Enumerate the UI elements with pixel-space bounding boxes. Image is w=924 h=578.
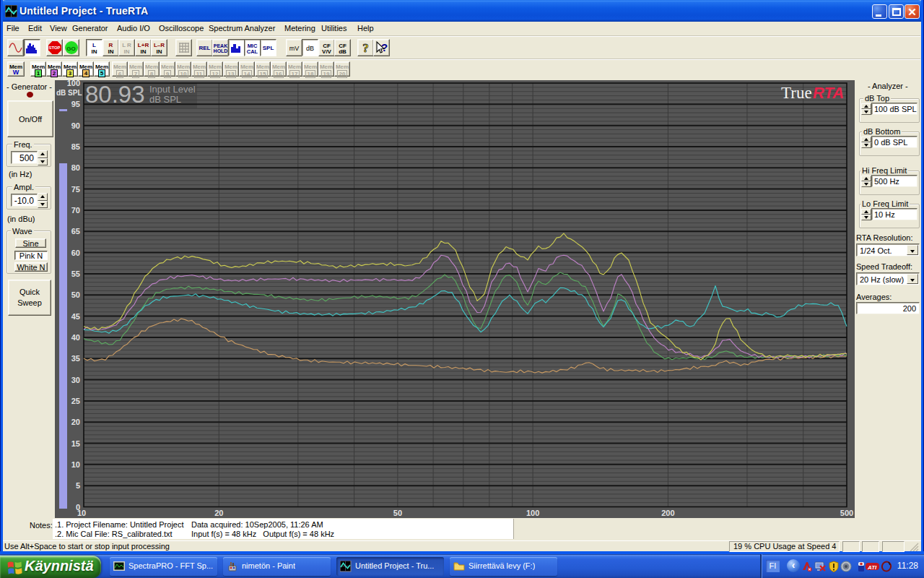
svg-text:30: 30 — [71, 376, 80, 384]
svg-text:65: 65 — [71, 227, 80, 236]
svg-text:ATI: ATI — [867, 564, 877, 571]
svg-text:90: 90 — [71, 121, 80, 130]
svg-text:True: True — [781, 84, 812, 102]
svg-text:dB SPL: dB SPL — [56, 89, 82, 97]
svg-text:20: 20 — [214, 509, 223, 517]
svg-text:5: 5 — [76, 481, 80, 490]
svg-text:60: 60 — [71, 249, 80, 257]
svg-text:500: 500 — [840, 509, 853, 517]
svg-text:15: 15 — [71, 439, 80, 448]
svg-text:50: 50 — [393, 509, 402, 517]
svg-text:10: 10 — [71, 460, 80, 469]
svg-text:?: ? — [362, 41, 369, 55]
svg-text:100: 100 — [67, 80, 80, 87]
svg-text:80.93: 80.93 — [85, 81, 145, 108]
svg-text:RTA: RTA — [813, 84, 844, 102]
svg-text:Input Level: Input Level — [149, 84, 196, 95]
svg-text:85: 85 — [71, 142, 80, 151]
svg-text:25: 25 — [71, 397, 80, 405]
svg-text:55: 55 — [71, 269, 80, 278]
svg-text:100: 100 — [526, 509, 539, 517]
svg-text:95: 95 — [71, 100, 80, 108]
svg-text:dB SPL: dB SPL — [149, 94, 181, 105]
svg-text:10: 10 — [77, 509, 86, 517]
svg-text:50: 50 — [71, 290, 80, 299]
svg-text:75: 75 — [71, 185, 80, 194]
svg-text:40: 40 — [71, 333, 80, 342]
svg-text:35: 35 — [71, 354, 80, 363]
svg-text:20: 20 — [71, 418, 80, 426]
svg-text:80: 80 — [71, 163, 80, 172]
svg-text:70: 70 — [71, 206, 80, 215]
svg-text:200: 200 — [661, 509, 674, 517]
svg-text:45: 45 — [71, 312, 80, 321]
